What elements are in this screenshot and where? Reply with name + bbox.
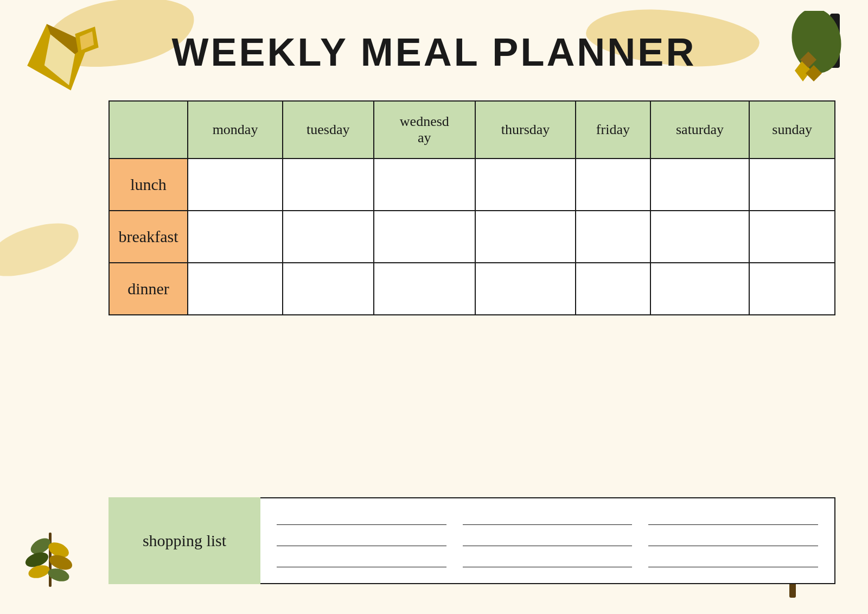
header-monday: monday xyxy=(188,101,283,159)
shopping-line-6[interactable] xyxy=(648,535,818,546)
shopping-section: shopping list xyxy=(108,497,835,584)
lunch-friday[interactable] xyxy=(576,159,650,211)
shopping-row-1 xyxy=(277,514,818,525)
dinner-sunday[interactable] xyxy=(749,263,835,315)
lunch-label: lunch xyxy=(109,159,188,211)
dinner-tuesday[interactable] xyxy=(283,263,374,315)
shopping-line-7[interactable] xyxy=(277,556,446,567)
lunch-tuesday[interactable] xyxy=(283,159,374,211)
dinner-monday[interactable] xyxy=(188,263,283,315)
lunch-monday[interactable] xyxy=(188,159,283,211)
shopping-line-1[interactable] xyxy=(277,514,446,525)
header-thursday: thursday xyxy=(475,101,576,159)
dinner-label: dinner xyxy=(109,263,188,315)
shopping-line-2[interactable] xyxy=(463,514,633,525)
leaf-decoration-bl xyxy=(16,527,87,598)
dinner-saturday[interactable] xyxy=(650,263,749,315)
dinner-row: dinner xyxy=(109,263,835,315)
page: WEEKLY MEAL PLANNER monday tuesday wedne… xyxy=(0,0,868,614)
planner-table: monday tuesday wednesday thursday friday… xyxy=(108,100,835,315)
planner-container: monday tuesday wednesday thursday friday… xyxy=(108,100,835,315)
decoration-blob-ml xyxy=(0,213,86,287)
shopping-label: shopping list xyxy=(108,497,260,584)
lunch-sunday[interactable] xyxy=(749,159,835,211)
shopping-row-2 xyxy=(277,535,818,546)
header-wednesday: wednesday xyxy=(374,101,475,159)
lunch-saturday[interactable] xyxy=(650,159,749,211)
dinner-wednesday[interactable] xyxy=(374,263,475,315)
lunch-thursday[interactable] xyxy=(475,159,576,211)
lunch-row: lunch xyxy=(109,159,835,211)
shopping-line-4[interactable] xyxy=(277,535,446,546)
shopping-line-3[interactable] xyxy=(648,514,818,525)
breakfast-thursday[interactable] xyxy=(475,211,576,263)
shopping-line-5[interactable] xyxy=(463,535,633,546)
shopping-line-9[interactable] xyxy=(648,556,818,567)
shopping-row-3 xyxy=(277,556,818,567)
breakfast-label: breakfast xyxy=(109,211,188,263)
header-friday: friday xyxy=(576,101,650,159)
page-title: WEEKLY MEAL PLANNER xyxy=(0,30,868,74)
header-saturday: saturday xyxy=(650,101,749,159)
shopping-line-8[interactable] xyxy=(463,556,633,567)
breakfast-monday[interactable] xyxy=(188,211,283,263)
breakfast-friday[interactable] xyxy=(576,211,650,263)
header-sunday: sunday xyxy=(749,101,835,159)
dinner-thursday[interactable] xyxy=(475,263,576,315)
shopping-lines xyxy=(260,497,835,584)
lunch-wednesday[interactable] xyxy=(374,159,475,211)
breakfast-saturday[interactable] xyxy=(650,211,749,263)
breakfast-row: breakfast xyxy=(109,211,835,263)
breakfast-tuesday[interactable] xyxy=(283,211,374,263)
header-row: monday tuesday wednesday thursday friday… xyxy=(109,101,835,159)
breakfast-sunday[interactable] xyxy=(749,211,835,263)
header-tuesday: tuesday xyxy=(283,101,374,159)
dinner-friday[interactable] xyxy=(576,263,650,315)
breakfast-wednesday[interactable] xyxy=(374,211,475,263)
